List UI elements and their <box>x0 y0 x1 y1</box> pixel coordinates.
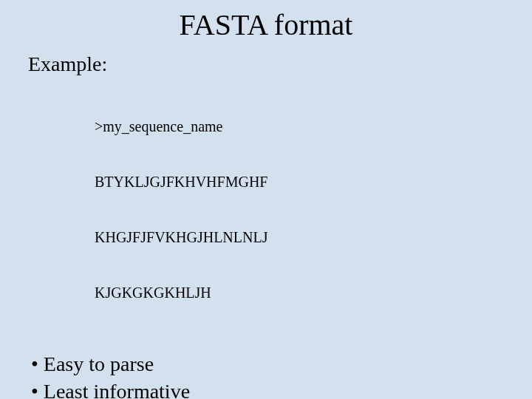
fasta-block: >my_sequence_name BTYKLJGJFKHVHFMGHF KHG… <box>95 81 504 339</box>
example-label: Example: <box>28 52 504 76</box>
list-item: Easy to parse <box>31 351 504 377</box>
fasta-line: BTYKLJGJFKHVHFMGHF <box>95 173 504 191</box>
slide: FASTA format Example: >my_sequence_name … <box>0 0 532 399</box>
fasta-line: KJGKGKGKHLJH <box>95 284 504 302</box>
page-title: FASTA format <box>28 7 504 42</box>
fasta-line: KHGJFJFVKHGJHLNLNLJ <box>95 228 504 247</box>
fasta-line: >my_sequence_name <box>95 117 504 136</box>
bullet-list: Easy to parse Least informative Default … <box>31 351 504 399</box>
list-item: Least informative <box>31 378 504 399</box>
